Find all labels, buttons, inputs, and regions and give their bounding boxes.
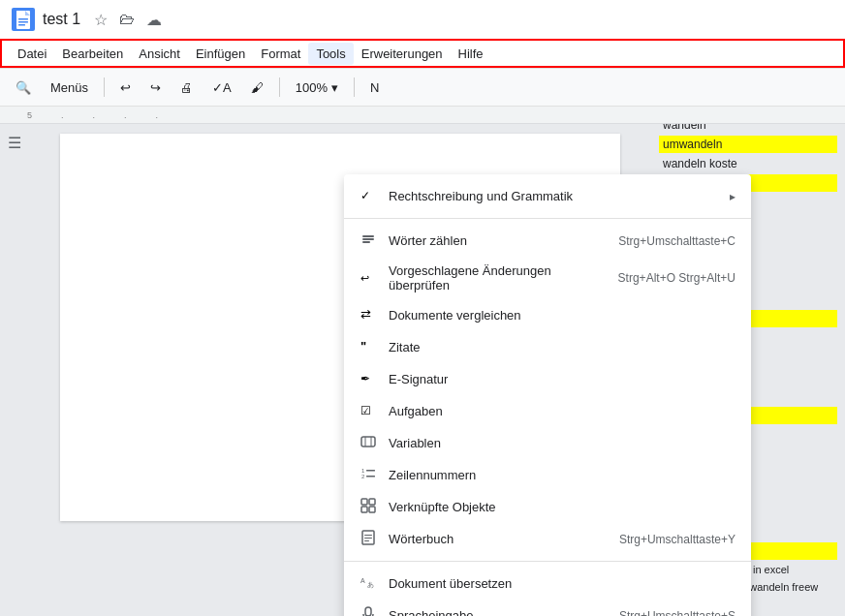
- svg-rect-2: [18, 21, 28, 23]
- menus-button[interactable]: Menüs: [43, 77, 96, 99]
- toolbar-separator-1: [104, 77, 105, 97]
- spellcheck-label: Rechtschreibung und Grammatik: [389, 189, 718, 203]
- menu-item-dictionary[interactable]: Wörterbuch Strg+Umschalttaste+Y: [344, 523, 751, 555]
- menu-item-citations[interactable]: " Zitate: [344, 331, 751, 363]
- voice-label: Spracheingabe: [389, 608, 608, 616]
- undo-button[interactable]: ↩: [112, 77, 139, 99]
- separator-2: [344, 561, 751, 562]
- menu-item-linkedobjects[interactable]: Verknüpfte Objekte: [344, 491, 751, 523]
- document-area: 5.... ☰ wandeln umwandeln wandeln koste …: [0, 107, 845, 616]
- spellcheck-menu-icon: ✓: [360, 187, 377, 205]
- dictionary-label: Wörterbuch: [389, 532, 608, 546]
- menu-item-hilfe[interactable]: Hilfe: [451, 43, 491, 65]
- cloud-icon[interactable]: ☁: [144, 9, 164, 31]
- doc-sidebar-icon: ☰: [8, 134, 21, 152]
- svg-rect-20: [361, 499, 367, 505]
- menu-item-linenumbers[interactable]: 1 2 Zeilennummern: [344, 459, 751, 491]
- linkedobjects-icon: [360, 498, 377, 516]
- esignature-icon: ✒: [360, 370, 377, 388]
- separator-1: [344, 218, 751, 219]
- menu-item-trackchanges[interactable]: ↩ Vorgeschlagene Änderungen überprüfen S…: [344, 257, 751, 299]
- wordcount-icon: [360, 231, 377, 250]
- print-button[interactable]: 🖨: [172, 77, 201, 99]
- variables-label: Variablen: [389, 436, 735, 450]
- svg-text:": ": [360, 339, 366, 354]
- voice-icon: [360, 606, 377, 616]
- zoom-dropdown-icon: ▾: [331, 80, 338, 95]
- menu-item-esignature[interactable]: ✒ E-Signatur: [344, 363, 751, 395]
- menu-item-format[interactable]: Format: [253, 43, 308, 65]
- menus-label: Menüs: [50, 80, 88, 95]
- compare-label: Dokumente vergleichen: [389, 308, 735, 323]
- menu-item-ansicht[interactable]: Ansicht: [131, 43, 188, 65]
- svg-rect-19: [366, 476, 375, 477]
- svg-text:☑: ☑: [360, 404, 371, 417]
- toolbar-separator-2: [279, 77, 280, 97]
- trackchanges-icon: ↩: [360, 269, 377, 288]
- svg-text:A: A: [360, 577, 365, 584]
- toolbar-separator-3: [354, 77, 355, 97]
- paintformat-button[interactable]: 🖌: [243, 77, 271, 99]
- citations-label: Zitate: [389, 340, 735, 354]
- menu-item-datei[interactable]: Datei: [10, 43, 54, 65]
- zoom-selector[interactable]: 100% ▾: [288, 77, 346, 99]
- menu-item-tasks[interactable]: ☑ Aufgaben: [344, 395, 751, 427]
- dictionary-icon: [360, 530, 377, 548]
- suggestion-3: wandeln koste: [659, 155, 837, 172]
- linenumbers-icon: 1 2: [360, 466, 377, 484]
- svg-rect-1: [18, 18, 28, 20]
- tasks-icon: ☑: [360, 402, 377, 420]
- svg-rect-27: [364, 540, 369, 541]
- menu-item-erweiterungen[interactable]: Erweiterungen: [354, 43, 451, 65]
- menu-bar: Datei Bearbeiten Ansicht Einfügen Format…: [0, 39, 845, 68]
- menu-item-einfuegen[interactable]: Einfügen: [188, 43, 253, 65]
- svg-rect-7: [362, 241, 370, 243]
- search-button[interactable]: 🔍: [8, 77, 39, 99]
- menu-item-bearbeiten[interactable]: Bearbeiten: [54, 43, 131, 65]
- spellcheck-button[interactable]: ✓A: [204, 77, 239, 99]
- svg-rect-18: [366, 470, 375, 472]
- variables-icon: [360, 434, 377, 452]
- suggestion-2: umwandeln: [659, 136, 837, 153]
- svg-text:2: 2: [361, 474, 365, 479]
- translate-label: Dokument übersetzen: [389, 576, 735, 591]
- menu-item-tools[interactable]: Tools: [308, 43, 353, 65]
- voice-shortcut: Strg+Umschalttaste+S: [619, 609, 735, 617]
- trackchanges-shortcut: Strg+Alt+O Strg+Alt+U: [618, 271, 735, 285]
- menu-item-voice[interactable]: Spracheingabe Strg+Umschalttaste+S: [344, 600, 751, 616]
- app-icon: [12, 8, 35, 31]
- menu-item-wordcount[interactable]: Wörter zählen Strg+Umschalttaste+C: [344, 225, 751, 257]
- compare-icon: ⇄: [360, 306, 377, 324]
- svg-rect-6: [362, 238, 374, 240]
- document-title[interactable]: test 1: [43, 11, 80, 28]
- menu-item-compare[interactable]: ⇄ Dokumente vergleichen: [344, 299, 751, 331]
- svg-rect-5: [362, 235, 374, 237]
- svg-rect-21: [369, 499, 375, 505]
- normal-style-button[interactable]: N: [362, 77, 387, 99]
- ruler-ticks: 5....: [27, 110, 158, 120]
- dictionary-shortcut: Strg+Umschalttaste+Y: [619, 533, 735, 546]
- svg-rect-23: [369, 507, 375, 512]
- menu-item-variables[interactable]: Variablen: [344, 427, 751, 459]
- svg-rect-3: [18, 24, 25, 26]
- linkedobjects-label: Verknüpfte Objekte: [389, 500, 735, 514]
- svg-text:⇄: ⇄: [360, 307, 371, 322]
- wordcount-label: Wörter zählen: [389, 233, 607, 248]
- spellcheck-arrow-icon: ▸: [730, 190, 735, 203]
- esignature-label: E-Signatur: [389, 372, 735, 386]
- wordcount-shortcut: Strg+Umschalttaste+C: [618, 234, 735, 248]
- menu-item-spellcheck[interactable]: ✓ Rechtschreibung und Grammatik ▸: [344, 180, 751, 212]
- ruler: 5....: [0, 107, 845, 124]
- svg-text:✒: ✒: [360, 372, 370, 385]
- svg-rect-25: [364, 535, 372, 536]
- translate-icon: A あ: [360, 574, 377, 593]
- folder-icon[interactable]: 🗁: [117, 9, 137, 30]
- svg-rect-30: [365, 607, 371, 616]
- tools-dropdown-menu: ✓ Rechtschreibung und Grammatik ▸ Wörter…: [344, 174, 751, 616]
- menu-item-translate[interactable]: A あ Dokument übersetzen: [344, 568, 751, 600]
- tasks-label: Aufgaben: [389, 404, 735, 418]
- svg-text:↩: ↩: [360, 272, 369, 284]
- svg-text:あ: あ: [367, 581, 374, 589]
- redo-button[interactable]: ↪: [142, 77, 169, 99]
- star-icon[interactable]: ☆: [92, 9, 110, 31]
